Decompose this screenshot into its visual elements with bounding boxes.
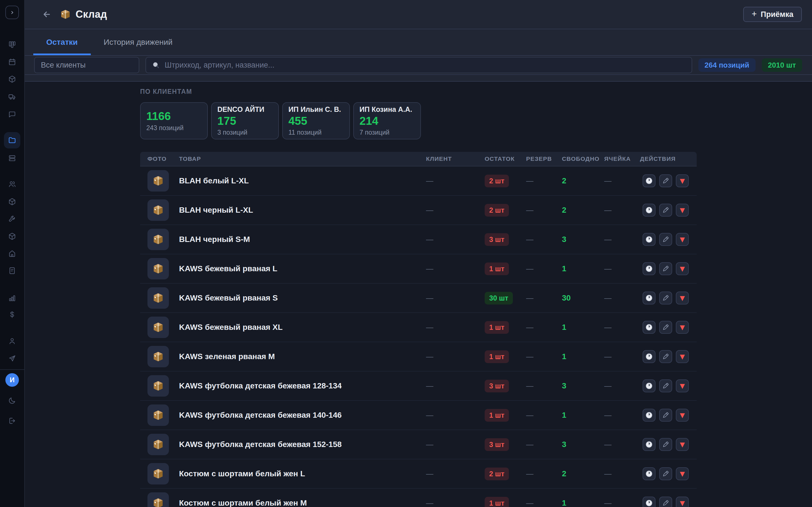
edit-button[interactable] (659, 262, 672, 275)
history-button[interactable] (643, 233, 656, 246)
history-button[interactable] (643, 174, 656, 187)
calendar-icon (8, 58, 16, 66)
sidebar-item-clients[interactable] (6, 179, 18, 190)
product-photo[interactable] (147, 200, 169, 221)
sidebar-item-documents[interactable] (6, 265, 18, 276)
sidebar-item-inventory[interactable] (6, 231, 18, 242)
search-input[interactable] (164, 61, 686, 70)
edit-button[interactable] (659, 174, 672, 187)
sidebar-item-tools[interactable] (6, 213, 18, 224)
client-card[interactable]: ИП Ильин С. В. 455 11 позиций (282, 102, 350, 139)
history-button[interactable] (643, 497, 656, 507)
history-button[interactable] (643, 321, 656, 334)
product-photo[interactable] (147, 317, 169, 338)
client-filter-select[interactable]: Все клиенты (34, 57, 139, 73)
edit-button[interactable] (659, 233, 672, 246)
back-button[interactable] (41, 8, 53, 20)
sidebar-item-chat[interactable] (6, 109, 18, 120)
sidebar-item-products[interactable] (6, 73, 18, 85)
sidebar-item-analytics[interactable] (6, 292, 18, 304)
product-photo[interactable] (147, 258, 169, 279)
pencil-icon (662, 324, 669, 331)
package-box-icon (152, 263, 164, 275)
writeoff-button[interactable]: ▼ (676, 174, 689, 187)
edit-button[interactable] (659, 321, 672, 334)
stock-badge: 2 шт (485, 204, 509, 217)
client-value: — (426, 235, 485, 244)
sidebar-item-calendar[interactable] (6, 56, 18, 68)
receive-button[interactable]: + Приёмка (743, 7, 802, 22)
client-card[interactable]: DENCO АЙТИ 175 3 позиций (211, 102, 279, 139)
product-photo[interactable] (147, 287, 169, 309)
sidebar-item-logout[interactable] (6, 415, 18, 427)
edit-button[interactable] (659, 379, 672, 392)
package-box-icon (152, 204, 164, 216)
package-box-icon (152, 439, 164, 450)
history-button[interactable] (643, 409, 656, 421)
table-header: ФОТОТОВАРКЛИЕНТОСТАТОКРЕЗЕРВСВОБОДНОЯЧЕЙ… (140, 152, 697, 166)
product-name: BLAH черный L-XL (179, 206, 426, 215)
writeoff-button[interactable]: ▼ (676, 379, 689, 392)
sidebar-item-home[interactable] (6, 248, 18, 259)
product-photo[interactable] (147, 463, 169, 485)
column-header: ФОТО (140, 156, 179, 162)
stock-badge: 2 шт (485, 467, 509, 480)
writeoff-button[interactable]: ▼ (676, 438, 689, 451)
writeoff-button[interactable]: ▼ (676, 497, 689, 507)
edit-button[interactable] (659, 467, 672, 480)
history-button[interactable] (643, 467, 656, 480)
sidebar-item-profile[interactable] (6, 335, 18, 347)
history-button[interactable] (643, 379, 656, 392)
product-photo[interactable] (147, 229, 169, 250)
client-card[interactable]: 1166 243 позиций (140, 102, 208, 139)
red-triangle-down-icon: ▼ (680, 471, 685, 477)
tab[interactable]: История движений (91, 29, 186, 55)
writeoff-button[interactable]: ▼ (676, 321, 689, 334)
edit-button[interactable] (659, 409, 672, 421)
product-photo[interactable] (147, 492, 169, 507)
sidebar-item-finance[interactable] (6, 309, 18, 320)
red-triangle-down-icon: ▼ (680, 412, 685, 418)
send-icon (8, 354, 16, 363)
edit-button[interactable] (659, 438, 672, 451)
edit-button[interactable] (659, 497, 672, 507)
client-value: — (426, 177, 485, 185)
sidebar-item-goods[interactable] (6, 196, 18, 207)
edit-button[interactable] (659, 350, 672, 363)
sidebar-item-warehouse[interactable] (4, 132, 20, 149)
sidebar-expand-button[interactable] (5, 6, 19, 19)
writeoff-button[interactable]: ▼ (676, 467, 689, 480)
sidebar-item-storage[interactable] (6, 153, 18, 164)
history-button[interactable] (643, 204, 656, 217)
product-photo[interactable] (147, 346, 169, 367)
writeoff-button[interactable]: ▼ (676, 262, 689, 275)
product-name: KAWS футболка детская бежевая 140-146 (179, 411, 426, 420)
writeoff-button[interactable]: ▼ (676, 233, 689, 246)
history-button[interactable] (643, 438, 656, 451)
stock-cell: 1 шт (485, 263, 526, 275)
history-button[interactable] (643, 350, 656, 363)
content-area: ПО КЛИЕНТАМ 1166 243 позиций DENCO АЙТИ … (25, 82, 812, 507)
writeoff-button[interactable]: ▼ (676, 204, 689, 217)
edit-button[interactable] (659, 291, 672, 304)
product-photo[interactable] (147, 375, 169, 397)
product-photo[interactable] (147, 170, 169, 191)
writeoff-button[interactable]: ▼ (676, 350, 689, 363)
product-photo[interactable] (147, 434, 169, 455)
writeoff-button[interactable]: ▼ (676, 409, 689, 421)
sidebar-item-dark-mode[interactable] (6, 395, 18, 406)
history-button[interactable] (643, 262, 656, 275)
writeoff-button[interactable]: ▼ (676, 291, 689, 304)
pencil-icon (662, 207, 669, 214)
history-button[interactable] (643, 291, 656, 304)
edit-button[interactable] (659, 204, 672, 217)
tab[interactable]: Остатки (33, 29, 91, 55)
sidebar-item-kanban[interactable] (6, 39, 18, 50)
pencil-icon (662, 441, 669, 448)
sidebar-item-delivery[interactable] (6, 91, 18, 102)
avatar[interactable]: И (5, 373, 19, 387)
product-photo[interactable] (147, 404, 169, 426)
table-row: KAWS бежевый рваная L — 1 шт — 1 — ▼ (140, 255, 697, 284)
sidebar-item-send[interactable] (6, 353, 18, 364)
client-card[interactable]: ИП Козина А.А. 214 7 позиций (353, 102, 421, 139)
